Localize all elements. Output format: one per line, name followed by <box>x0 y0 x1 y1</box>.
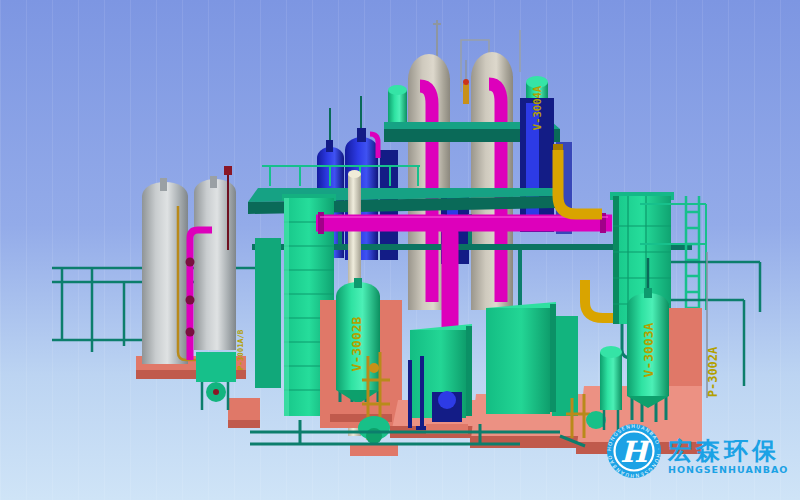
label-v3002b: V-3002B <box>349 316 364 371</box>
label-v3003a: V-3003A <box>641 322 656 377</box>
label-v3004a: V-3004A <box>531 85 543 130</box>
label-p3001ab: P-3001A/B <box>236 329 245 370</box>
viewport: V-3004A V-3002B V-3003A P-3002A P-3001A/… <box>0 0 800 500</box>
plant-3d-view: V-3004A V-3002B V-3003A P-3002A P-3001A/… <box>0 0 800 500</box>
label-p3002a: P-3002A <box>706 346 720 397</box>
company-name-en: HONGSENHUANBAO <box>668 464 788 475</box>
company-name-cn: 宏森环保 <box>667 437 780 465</box>
logo-monogram: H <box>620 435 652 469</box>
